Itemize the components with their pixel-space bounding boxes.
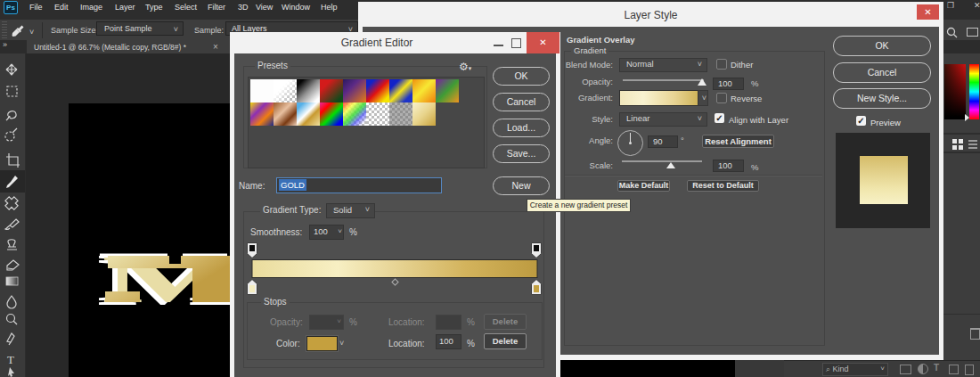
svg-text:T: T [7,353,14,366]
